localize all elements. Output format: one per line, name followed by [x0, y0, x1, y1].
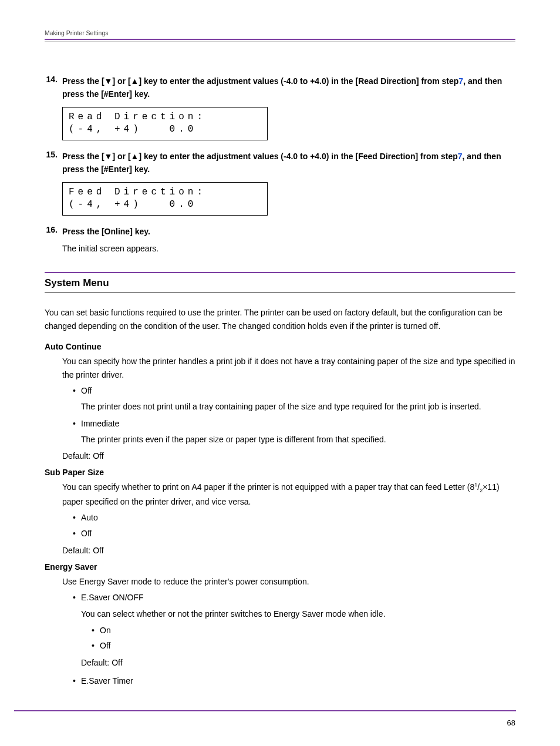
step-number: 16. [45, 225, 62, 238]
bullet-label: Auto [81, 511, 98, 525]
setting-energy-saver-body: Use Energy Saver mode to reduce the prin… [62, 575, 515, 688]
lcd-line-1: Read Direction: [69, 112, 206, 122]
step-text: Press the [Online] key. [62, 225, 150, 238]
setting-description: You can specify whether to print on A4 p… [62, 480, 515, 509]
setting-description: You can specify how the printer handles … [62, 355, 515, 382]
step-text: Press the [▼] or [▲] key to enter the ad… [62, 75, 515, 101]
bullet-icon: • [73, 674, 81, 688]
bullet-label: On [100, 624, 111, 637]
lcd-line-2: (-4, +4) 0.0 [69, 124, 197, 135]
step-link[interactable]: 7 [458, 152, 463, 161]
bullet-label: E.Saver ON/OFF [81, 591, 144, 604]
fraction-numerator: 1 [474, 482, 477, 488]
section-intro: You can set basic functions required to … [45, 306, 515, 332]
bullet-label: Off [81, 384, 92, 398]
step-link[interactable]: 7 [458, 76, 463, 86]
step-text-pre: Press the [▼] or [▲] key to enter the ad… [62, 152, 458, 161]
step-14: 14. Press the [▼] or [▲] key to enter th… [45, 75, 515, 140]
setting-sub-paper-body: You can specify whether to print on A4 p… [62, 480, 515, 557]
page-number: 68 [507, 718, 515, 727]
step-number: 14. [45, 75, 62, 101]
nested-bullet-on: • On [92, 624, 515, 637]
step-15: 15. Press the [▼] or [▲] key to enter th… [45, 150, 515, 216]
bullet-icon: • [73, 417, 81, 431]
step-text-pre: Press the [▼] or [▲] key to enter the ad… [62, 76, 458, 86]
bullet-label: Immediate [81, 417, 119, 431]
bullet-esaver-desc: You can select whether or not the printe… [81, 607, 515, 620]
lcd-display: Feed Direction: (-4, +4) 0.0 [62, 182, 268, 216]
lcd-line-1: Feed Direction: [69, 187, 206, 197]
desc-pre: You can specify whether to print on A4 p… [62, 482, 474, 492]
setting-auto-continue-title: Auto Continue [45, 342, 515, 351]
bullet-esaver-timer: • E.Saver Timer [73, 674, 515, 688]
step-16: 16. Press the [Online] key. The initial … [45, 225, 515, 253]
bullet-icon: • [73, 511, 81, 525]
setting-auto-continue-body: You can specify how the printer handles … [62, 355, 515, 463]
header-divider [45, 39, 515, 42]
bullet-icon: • [73, 591, 81, 604]
default-value: Default: Off [81, 656, 515, 670]
section-title: System Menu [45, 277, 515, 289]
setting-description: Use Energy Saver mode to reduce the prin… [62, 575, 515, 589]
bullet-esaver-onoff: • E.Saver ON/OFF [73, 591, 515, 604]
bullet-icon: • [92, 624, 100, 637]
step-subtext: The initial screen appears. [62, 244, 515, 253]
bullet-icon: • [73, 384, 81, 398]
bullet-immediate-desc: The printer prints even if the paper siz… [81, 433, 515, 446]
default-value: Default: Off [62, 544, 515, 557]
header-breadcrumb: Making Printer Settings [45, 29, 515, 39]
footer-divider [14, 710, 516, 712]
bullet-icon: • [73, 527, 81, 540]
bullet-off: • Off [73, 527, 515, 540]
bullet-icon: • [92, 639, 100, 653]
lcd-display: Read Direction: (-4, +4) 0.0 [62, 107, 268, 140]
nested-bullet-off: • Off [92, 639, 515, 653]
bullet-immediate: • Immediate [73, 417, 515, 431]
bullet-off: • Off [73, 384, 515, 398]
bullet-label: E.Saver Timer [81, 674, 133, 688]
bullet-label: Off [100, 639, 110, 653]
bullet-auto: • Auto [73, 511, 515, 525]
step-number: 15. [45, 150, 62, 176]
step-text: Press the [▼] or [▲] key to enter the ad… [62, 150, 515, 176]
lcd-line-2: (-4, +4) 0.0 [69, 199, 197, 210]
section-heading: System Menu [45, 272, 515, 293]
setting-sub-paper-title: Sub Paper Size [45, 468, 515, 477]
bullet-label: Off [81, 527, 92, 540]
bullet-off-desc: The printer does not print until a tray … [81, 400, 515, 413]
default-value: Default: Off [62, 449, 515, 463]
setting-energy-saver-title: Energy Saver [45, 562, 515, 572]
